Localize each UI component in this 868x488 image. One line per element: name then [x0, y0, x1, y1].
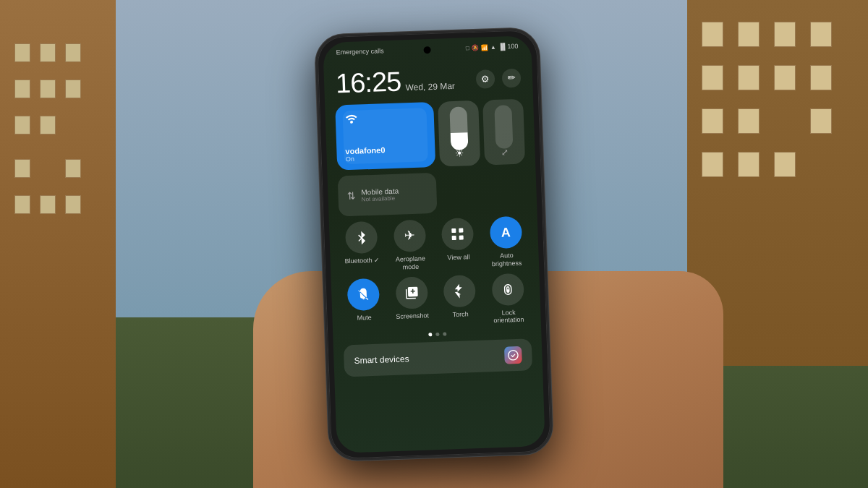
window: [40, 80, 56, 98]
time-row: 16:25 Wed, 29 Mar ⚙ ✏: [333, 61, 522, 99]
auto-brightness-button[interactable]: A: [489, 215, 522, 249]
aeroplane-button[interactable]: ✈: [393, 219, 427, 252]
torch-label: Torch: [452, 309, 468, 318]
window: [810, 108, 832, 134]
wifi-tile[interactable]: vodafone0 On: [335, 101, 435, 170]
mute-tile[interactable]: Mute: [341, 277, 387, 330]
window: [810, 65, 832, 90]
window: [40, 195, 56, 214]
auto-brightness-label: Auto brightness: [491, 251, 522, 267]
window: [40, 116, 56, 134]
dot-3: [443, 332, 446, 335]
view-all-tile[interactable]: View all: [435, 217, 481, 270]
bluetooth-tile[interactable]: Bluetooth ✓: [339, 221, 385, 273]
svg-rect-2: [452, 235, 456, 239]
emergency-calls-text: Emergency calls: [336, 47, 383, 56]
mute-label: Mute: [357, 313, 372, 321]
edit-icon: ✏: [507, 72, 516, 82]
screenshot-button[interactable]: [395, 275, 428, 309]
window: [14, 43, 30, 62]
torch-button[interactable]: [443, 274, 477, 307]
window: [14, 195, 30, 214]
smart-devices-label: Smart devices: [354, 354, 409, 366]
settings-icon-button[interactable]: ⚙: [476, 69, 495, 88]
time-action-icons: ⚙ ✏: [476, 68, 522, 88]
page-dots: [343, 329, 531, 339]
mobile-data-text: Mobile data Not available: [361, 187, 399, 202]
torch-tile[interactable]: Torch: [438, 274, 483, 327]
auto-brightness-tile[interactable]: A Auto brightness: [483, 215, 529, 268]
mobile-data-status: Not available: [362, 194, 399, 202]
edit-icon-button[interactable]: ✏: [502, 68, 522, 87]
wifi-status: On: [346, 153, 427, 163]
mobile-data-icon: ⇅: [346, 189, 356, 201]
svg-rect-1: [459, 228, 463, 232]
lock-orientation-button[interactable]: [491, 273, 524, 306]
signal-icon: 📶: [481, 43, 488, 50]
window: [14, 116, 30, 134]
quick-tiles-row2: Mute Screenshot: [341, 273, 531, 330]
volume-bar: [494, 105, 513, 149]
sim-icon: □: [466, 44, 469, 51]
bluetooth-button[interactable]: [345, 221, 378, 254]
time-display: 16:25 Wed, 29 Mar: [335, 64, 455, 99]
phone-device: Emergency calls □ 🔕 📶 ▲ ▐▌100 16:25 Wed,…: [315, 27, 553, 461]
mobile-data-row: ⇅ Mobile data Not available: [338, 169, 527, 216]
wifi-network-name: vodafone0: [345, 144, 426, 155]
window: [702, 22, 723, 47]
screenshot-label: Screenshot: [396, 311, 429, 320]
quick-tiles-row1: Bluetooth ✓ ✈ Aeroplane mode: [339, 215, 529, 273]
window: [65, 195, 81, 214]
window: [774, 65, 796, 90]
aeroplane-icon: ✈: [404, 227, 415, 244]
brightness-tile[interactable]: ☀: [438, 100, 480, 166]
clock-display: 16:25: [335, 66, 401, 99]
smart-devices-icon: [504, 346, 522, 364]
window: [65, 43, 81, 62]
phone-screen: Emergency calls □ 🔕 📶 ▲ ▐▌100 16:25 Wed,…: [323, 35, 545, 453]
mute-button[interactable]: [347, 278, 380, 311]
svg-rect-3: [459, 235, 464, 239]
mute-icon: 🔕: [472, 44, 479, 51]
window: [774, 152, 796, 177]
lock-orientation-tile[interactable]: Lock orientation: [485, 273, 531, 325]
volume-tile[interactable]: ⤢: [482, 98, 525, 165]
window: [738, 108, 760, 134]
window: [810, 22, 832, 47]
left-building: [0, 0, 116, 488]
tile-spacer-2: [485, 169, 527, 211]
main-tiles-row: vodafone0 On ☀ ⤢: [335, 98, 525, 170]
svg-rect-0: [452, 228, 456, 232]
quick-settings-panel: 16:25 Wed, 29 Mar ⚙ ✏: [323, 56, 545, 453]
window: [738, 65, 760, 90]
window: [774, 22, 796, 47]
tile-spacer-1: [441, 171, 482, 213]
svg-point-4: [509, 350, 519, 360]
battery-icon: ▐▌100: [498, 42, 519, 50]
screenshot-tile[interactable]: Screenshot: [389, 275, 435, 328]
window: [702, 152, 723, 177]
dot-2: [435, 333, 439, 336]
mobile-data-tile[interactable]: ⇅ Mobile data Not available: [338, 172, 438, 216]
aeroplane-label: Aeroplane mode: [396, 254, 426, 271]
window: [738, 22, 760, 47]
wifi-info: vodafone0 On: [345, 144, 427, 163]
view-all-button[interactable]: [441, 218, 475, 251]
window: [14, 159, 30, 178]
bluetooth-label: Bluetooth ✓: [345, 256, 380, 265]
brightness-bar: [449, 106, 468, 150]
lock-orientation-label: Lock orientation: [493, 308, 524, 325]
smart-devices-bar[interactable]: Smart devices: [344, 338, 532, 377]
window: [14, 80, 30, 98]
view-all-label: View all: [447, 253, 469, 262]
auto-brightness-icon: A: [501, 224, 511, 239]
brightness-icon: ☀: [455, 147, 465, 158]
window: [65, 159, 81, 178]
aeroplane-tile[interactable]: ✈ Aeroplane mode: [387, 219, 433, 272]
window: [738, 152, 760, 177]
window: [65, 80, 81, 98]
dot-1: [428, 333, 432, 336]
phone-body: Emergency calls □ 🔕 📶 ▲ ▐▌100 16:25 Wed,…: [315, 27, 553, 461]
window: [702, 65, 723, 90]
window: [702, 108, 723, 134]
